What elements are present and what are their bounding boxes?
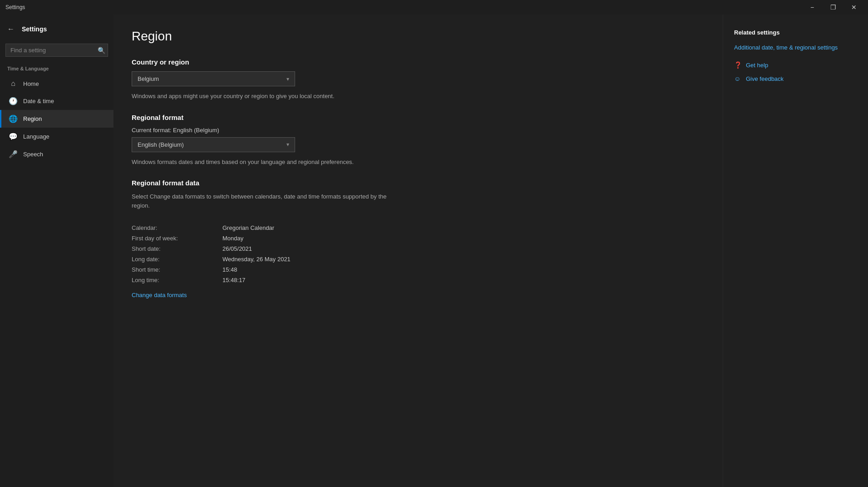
table-row: Short date: 26/05/2021 bbox=[132, 244, 705, 254]
data-row-value: Gregorian Calendar bbox=[222, 224, 274, 231]
get-help-icon: ❓ bbox=[734, 61, 742, 70]
regional-format-data-section: Regional format data Select Change data … bbox=[132, 179, 705, 299]
data-row-value: 26/05/2021 bbox=[222, 245, 252, 252]
sidebar-item-home-label: Home bbox=[23, 80, 39, 87]
titlebar-title: Settings bbox=[5, 4, 25, 10]
country-dropdown[interactable]: Belgium ▾ bbox=[132, 71, 295, 86]
sidebar-item-region[interactable]: 🌐 Region bbox=[0, 110, 113, 128]
additional-settings-link[interactable]: Additional date, time & regional setting… bbox=[734, 43, 838, 52]
country-dropdown-value: Belgium bbox=[138, 75, 159, 82]
related-settings-title: Related settings bbox=[734, 29, 857, 36]
data-row-label: Long time: bbox=[132, 277, 222, 283]
regional-format-data-heading: Regional format data bbox=[132, 179, 705, 187]
titlebar: Settings − ❐ ✕ bbox=[0, 0, 868, 15]
related-settings-panel: Related settings Additional date, time &… bbox=[723, 15, 868, 487]
search-input[interactable] bbox=[5, 44, 108, 57]
sidebar-item-region-label: Region bbox=[23, 115, 42, 122]
country-section: Country or region Belgium ▾ Windows and … bbox=[132, 58, 705, 101]
sidebar-header: ← Settings bbox=[0, 18, 113, 44]
current-format-label: Current format: English (Belgium) bbox=[132, 127, 705, 134]
get-help-button[interactable]: Get help bbox=[746, 62, 768, 69]
sidebar-item-language-label: Language bbox=[23, 133, 49, 140]
change-data-formats-link[interactable]: Change data formats bbox=[132, 292, 187, 298]
data-row-value: Wednesday, 26 May 2021 bbox=[222, 256, 291, 263]
regional-format-dropdown[interactable]: English (Belgium) ▾ bbox=[132, 137, 295, 152]
sidebar-item-date-time-label: Date & time bbox=[23, 98, 54, 104]
data-row-label: Calendar: bbox=[132, 224, 222, 231]
regional-format-data-description: Select Change data formats to switch bet… bbox=[132, 192, 404, 210]
sidebar-section-label: Time & Language bbox=[0, 64, 113, 75]
sidebar-app-title: Settings bbox=[22, 25, 47, 33]
sidebar-item-speech[interactable]: 🎤 Speech bbox=[0, 145, 113, 163]
get-help-action[interactable]: ❓ Get help bbox=[734, 61, 857, 70]
country-dropdown-arrow: ▾ bbox=[286, 76, 289, 82]
restore-button[interactable]: ❐ bbox=[823, 0, 843, 15]
data-row-label: Short time: bbox=[132, 266, 222, 273]
data-row-label: First day of week: bbox=[132, 235, 222, 242]
format-data-table: Calendar: Gregorian Calendar First day o… bbox=[132, 223, 705, 285]
regional-format-dropdown-arrow: ▾ bbox=[286, 141, 289, 148]
give-feedback-action[interactable]: ☺ Give feedback bbox=[734, 75, 857, 83]
data-row-value: 15:48 bbox=[222, 266, 237, 273]
main-content: Region Country or region Belgium ▾ Windo… bbox=[113, 15, 723, 487]
minimize-button[interactable]: − bbox=[802, 0, 823, 15]
table-row: Long time: 15:48:17 bbox=[132, 275, 705, 285]
table-row: Short time: 15:48 bbox=[132, 264, 705, 275]
give-feedback-button[interactable]: Give feedback bbox=[746, 75, 784, 82]
search-box: 🔍 bbox=[5, 44, 108, 57]
table-row: First day of week: Monday bbox=[132, 233, 705, 244]
close-button[interactable]: ✕ bbox=[843, 0, 864, 15]
titlebar-controls: − ❐ ✕ bbox=[802, 0, 864, 15]
app-body: ← Settings 🔍 Time & Language ⌂ Home 🕐 Da… bbox=[0, 15, 868, 487]
data-row-value: Monday bbox=[222, 235, 243, 242]
speech-icon: 🎤 bbox=[9, 150, 18, 159]
table-row: Long date: Wednesday, 26 May 2021 bbox=[132, 254, 705, 264]
sidebar-item-home[interactable]: ⌂ Home bbox=[0, 75, 113, 92]
data-row-label: Short date: bbox=[132, 245, 222, 252]
sidebar-item-date-time[interactable]: 🕐 Date & time bbox=[0, 92, 113, 110]
sidebar: ← Settings 🔍 Time & Language ⌂ Home 🕐 Da… bbox=[0, 15, 113, 487]
data-row-value: 15:48:17 bbox=[222, 277, 246, 283]
regional-format-section: Regional format Current format: English … bbox=[132, 114, 705, 167]
regional-format-heading: Regional format bbox=[132, 114, 705, 121]
region-icon: 🌐 bbox=[9, 114, 18, 123]
country-info-text: Windows and apps might use your country … bbox=[132, 92, 404, 101]
give-feedback-icon: ☺ bbox=[734, 75, 742, 83]
table-row: Calendar: Gregorian Calendar bbox=[132, 223, 705, 233]
date-time-icon: 🕐 bbox=[9, 97, 18, 105]
data-row-label: Long date: bbox=[132, 256, 222, 263]
sidebar-item-language[interactable]: 💬 Language bbox=[0, 128, 113, 145]
home-icon: ⌂ bbox=[9, 80, 18, 88]
back-button[interactable]: ← bbox=[4, 22, 18, 36]
sidebar-item-speech-label: Speech bbox=[23, 151, 43, 158]
page-title: Region bbox=[132, 29, 705, 44]
regional-format-dropdown-value: English (Belgium) bbox=[138, 141, 184, 148]
country-section-heading: Country or region bbox=[132, 58, 705, 66]
search-icon[interactable]: 🔍 bbox=[98, 47, 105, 54]
regional-format-info-text: Windows formats dates and times based on… bbox=[132, 158, 404, 167]
language-icon: 💬 bbox=[9, 132, 18, 141]
